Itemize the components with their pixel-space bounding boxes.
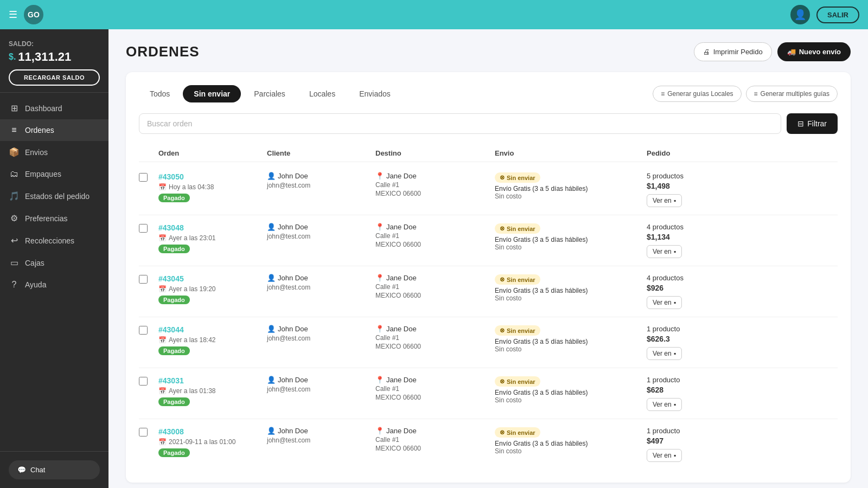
row-checkbox-cell bbox=[139, 427, 158, 439]
status-badge: Pagado bbox=[158, 245, 190, 253]
row-checkbox-cell bbox=[139, 376, 158, 388]
envio-cell: ⊗ Sin enviar Envío Gratis (3 a 5 días há… bbox=[495, 223, 647, 251]
sidebar-item-recolecciones[interactable]: ↩ Recolecciones bbox=[0, 229, 108, 252]
pedido-price: $1,498 bbox=[647, 182, 838, 190]
filter-icon: ⊟ bbox=[797, 119, 804, 128]
envio-cell: ⊗ Sin enviar Envío Gratis (3 a 5 días há… bbox=[495, 325, 647, 353]
row-checkbox[interactable] bbox=[139, 224, 148, 233]
ver-en-button[interactable]: Ver en ▪ bbox=[647, 398, 682, 411]
envio-cell: ⊗ Sin enviar Envío Gratis (3 a 5 días há… bbox=[495, 274, 647, 302]
generar-guias-locales-button[interactable]: ≡ Generar guías Locales bbox=[653, 86, 741, 102]
order-date: 📅 Hoy a las 04:38 bbox=[158, 183, 267, 191]
status-badge: Pagado bbox=[158, 448, 190, 457]
sidebar-item-ayuda[interactable]: ? Ayuda bbox=[0, 274, 108, 296]
order-cell: #43045 📅 Ayer a las 19:20 Pagado bbox=[158, 274, 267, 304]
sidebar-item-ordenes[interactable]: ≡ Ordenes bbox=[0, 119, 108, 141]
pedido-price: $926 bbox=[647, 284, 838, 292]
ver-en-button[interactable]: Ver en ▪ bbox=[647, 245, 682, 258]
col-orden: Orden bbox=[158, 149, 267, 157]
orders-card: Todos Sin enviar Parciales Locales Envia… bbox=[126, 72, 851, 483]
order-id-link[interactable]: #43050 bbox=[158, 172, 184, 181]
destino-cell: 📍 Jane Doe Calle #1 MEXICO 06600 bbox=[375, 223, 495, 248]
sidebar-chat: 💬 Chat bbox=[0, 451, 108, 488]
ver-en-button[interactable]: Ver en ▪ bbox=[647, 347, 682, 360]
user-icon: 👤 bbox=[267, 427, 276, 435]
estados-icon: 🎵 bbox=[9, 191, 20, 201]
salir-button[interactable]: SALIR bbox=[816, 7, 859, 23]
client-email: john@test.com bbox=[267, 233, 375, 240]
tab-locales[interactable]: Locales bbox=[298, 85, 346, 102]
sidebar-item-label: Ayuda bbox=[25, 280, 46, 289]
order-id-link[interactable]: #43044 bbox=[158, 325, 184, 334]
chat-button[interactable]: 💬 Chat bbox=[9, 460, 100, 479]
nuevo-envio-button[interactable]: 🚚 Nuevo envío bbox=[777, 42, 851, 61]
order-id-link[interactable]: #43031 bbox=[158, 376, 184, 385]
tab-todos[interactable]: Todos bbox=[139, 85, 181, 102]
circle-x-icon: ⊗ bbox=[500, 327, 505, 334]
row-checkbox[interactable] bbox=[139, 173, 148, 182]
sidebar-item-envios[interactable]: 📦 Envios bbox=[0, 141, 108, 163]
pedido-cell: 4 productos $1,134 Ver en ▪ bbox=[647, 223, 838, 258]
table-row: #43050 📅 Hoy a las 04:38 Pagado 👤 John D… bbox=[139, 164, 838, 215]
preferencias-icon: ⚙ bbox=[9, 213, 20, 223]
row-checkbox[interactable] bbox=[139, 377, 148, 386]
header-actions: 🖨 Imprimir Pedido 🚚 Nuevo envío bbox=[694, 42, 851, 61]
sidebar-saldo: SALDO: $. 11,311.21 RECARGAR SALDO bbox=[0, 29, 108, 93]
search-row: ⊟ Filtrar bbox=[139, 113, 838, 134]
search-input[interactable] bbox=[139, 113, 781, 134]
row-checkbox[interactable] bbox=[139, 326, 148, 335]
tab-parciales[interactable]: Parciales bbox=[243, 85, 296, 102]
pedido-products: 1 producto bbox=[647, 427, 838, 435]
imprimir-pedido-button[interactable]: 🖨 Imprimir Pedido bbox=[694, 42, 772, 61]
page-title: ORDENES bbox=[126, 43, 200, 60]
calendar-icon: 📅 bbox=[158, 285, 167, 293]
row-checkbox[interactable] bbox=[139, 275, 148, 284]
client-name: 👤 John Doe bbox=[267, 427, 375, 435]
sidebar-item-empaques[interactable]: 🗂 Empaques bbox=[0, 163, 108, 185]
sidebar-item-label: Preferencias bbox=[25, 214, 68, 223]
client-email: john@test.com bbox=[267, 182, 375, 189]
order-id-link[interactable]: #43045 bbox=[158, 274, 184, 283]
chat-bubble-icon: 💬 bbox=[17, 466, 26, 474]
sidebar-item-estados[interactable]: 🎵 Estados del pedido bbox=[0, 185, 108, 207]
hamburger-icon[interactable]: ☰ bbox=[9, 9, 17, 21]
order-cell: #43031 📅 Ayer a las 01:38 Pagado bbox=[158, 376, 267, 406]
list-icon: ≡ bbox=[661, 90, 665, 98]
sidebar-item-cajas[interactable]: ▭ Cajas bbox=[0, 252, 108, 274]
order-id-link[interactable]: #43008 bbox=[158, 427, 184, 436]
pedido-price: $497 bbox=[647, 436, 838, 445]
envio-status-badge: ⊗ Sin enviar bbox=[495, 172, 540, 183]
row-checkbox-cell bbox=[139, 172, 158, 184]
table-header: Orden Cliente Destino Envio Pedido bbox=[139, 145, 838, 162]
sidebar-item-label: Recolecciones bbox=[25, 236, 74, 245]
tab-enviados[interactable]: Enviados bbox=[348, 85, 401, 102]
generar-multiples-guias-button[interactable]: ≡ Generar multiples guías bbox=[746, 86, 838, 102]
ver-en-button[interactable]: Ver en ▪ bbox=[647, 449, 682, 462]
order-date: 📅 2021-09-11 a las 01:00 bbox=[158, 438, 267, 446]
sidebar-item-label: Envios bbox=[25, 148, 48, 157]
dest-name: 📍 Jane Doe bbox=[375, 427, 495, 435]
filter-button[interactable]: ⊟ Filtrar bbox=[787, 113, 838, 134]
sidebar-item-label: Cajas bbox=[25, 259, 44, 267]
order-id-link[interactable]: #43048 bbox=[158, 223, 184, 232]
sidebar-item-label: Dashboard bbox=[25, 104, 62, 113]
user-icon[interactable]: 👤 bbox=[790, 5, 810, 24]
user-icon: 👤 bbox=[267, 274, 276, 282]
envio-desc: Envío Gratis (3 a 5 días hábiles) bbox=[495, 236, 647, 243]
ver-en-button[interactable]: Ver en ▪ bbox=[647, 296, 682, 309]
dest-addr1: Calle #1 bbox=[375, 334, 495, 342]
sidebar-item-preferencias[interactable]: ⚙ Preferencias bbox=[0, 207, 108, 229]
page-header: ORDENES 🖨 Imprimir Pedido 🚚 Nuevo envío bbox=[126, 42, 851, 61]
sidebar-item-dashboard[interactable]: ⊞ Dashboard bbox=[0, 97, 108, 119]
client-name: 👤 John Doe bbox=[267, 223, 375, 231]
envio-cost: Sin costo bbox=[495, 243, 647, 251]
row-checkbox[interactable] bbox=[139, 428, 148, 436]
recargar-saldo-button[interactable]: RECARGAR SALDO bbox=[9, 69, 100, 86]
tab-sin-enviar[interactable]: Sin enviar bbox=[183, 85, 241, 102]
pedido-price: $626.3 bbox=[647, 335, 838, 343]
calendar-icon: 📅 bbox=[158, 336, 167, 344]
logo: GO bbox=[24, 5, 43, 24]
main-layout: SALDO: $. 11,311.21 RECARGAR SALDO ⊞ Das… bbox=[0, 29, 868, 488]
dest-addr1: Calle #1 bbox=[375, 232, 495, 240]
ver-en-button[interactable]: Ver en ▪ bbox=[647, 194, 682, 207]
